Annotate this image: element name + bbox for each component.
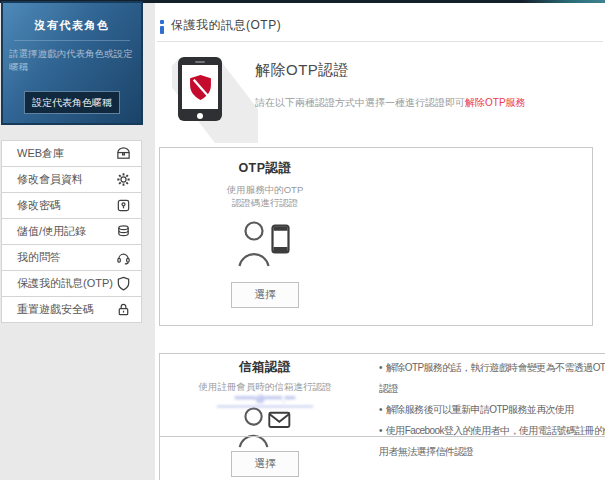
otp-section-description: 使用服務中的OTP 認證碼進行認證 [165,183,365,209]
phone-shield-no-otp-icon [168,53,260,143]
otp-auth-section: OTP認證 使用服務中的OTP 認證碼進行認證 [159,147,593,326]
otp-remove-hero: 解除OTP認證 請在以下兩種認證方式中選擇一種進行認證即可解除OTP服務 [155,51,605,146]
hero-description-text: 請在以下兩種認證方式中選擇一種進行認證即可 [255,97,465,108]
sidebar-item-label: 儲值/使用記錄 [17,224,86,239]
phone-speaker [195,61,205,63]
hero-description: 請在以下兩種認證方式中選擇一種進行認證即可解除OTP服務 [255,96,526,110]
profile-card-title: 沒有代表角色 [3,18,141,33]
sidebar-menu: WEB倉庫 修改會員資料 修改密碼 [1,140,142,323]
user-phone-icon [165,219,365,269]
otp-desc-line1: 使用服務中的OTP [227,184,304,195]
sidebar-item-change-password[interactable]: 修改密碼 [2,193,141,219]
profile-card-description: 請選擇遊戲內代表角色或設定暱稱 [9,47,135,73]
user-mail-icon [165,408,365,448]
phone-home-button [197,113,203,119]
note-item: •使用Facebook登入的使用者中，使用電話號碼註冊的使用者無法選擇信件認證 [379,420,605,462]
email-section-title: 信箱認證 [165,359,365,376]
masked-email: ******@*****.*** [217,394,313,407]
note-item: •解除服務後可以重新申請OTP服務並再次使用 [379,399,605,420]
gear-icon [116,172,131,187]
sidebar-item-label: 修改密碼 [17,198,61,213]
note-text: 使用Facebook登入的使用者中，使用電話號碼註冊的使用者無法選擇信件認證 [379,425,605,457]
sidebar-item-label: 我的問答 [17,250,61,265]
note-bullet: • [379,362,382,373]
sidebar-item-reset-game-security-code[interactable]: 重置遊戲安全碼 [2,297,141,323]
sidebar-item-web-storage[interactable]: WEB倉庫 [2,141,141,167]
note-text: 解除OTP服務的話，執行遊戲時會變更為不需透過OTP認證 [379,362,605,394]
email-section-divider [160,436,605,437]
chest-icon [116,146,131,161]
otp-method-column: OTP認證 使用服務中的OTP 認證碼進行認證 [165,160,365,308]
sidebar-item-edit-member-info[interactable]: 修改會員資料 [2,167,141,193]
phone-screen [182,65,218,109]
sidebar-item-label: 修改會員資料 [17,172,83,187]
headset-icon [116,250,131,265]
email-section-description: 使用註冊會員時的信箱進行認證 [165,380,365,393]
note-text: 解除服務後可以重新申請OTP服務並再次使用 [386,404,574,415]
email-auth-notes: •解除OTP服務的話，執行遊戲時會變更為不需透過OTP認證 •解除服務後可以重新… [379,357,605,462]
note-item: •解除OTP服務的話，執行遊戲時會變更為不需透過OTP認證 [379,357,605,399]
otp-section-title: OTP認證 [165,160,365,177]
sidebar-item-label: 重置遊戲安全碼 [17,302,94,317]
profile-card-divider [14,40,130,41]
security-code-lock-icon [116,302,131,317]
otp-desc-line2: 認證碼進行認證 [232,197,299,208]
note-bullet: • [379,425,382,436]
note-bullet: • [379,404,382,415]
page-root: 沒有代表角色 請選擇遊戲內代表角色或設定暱稱 設定代表角色暱稱 WEB倉庫 修改… [0,0,605,480]
password-lock-icon [116,198,131,213]
phone-body [178,57,222,121]
email-select-button[interactable]: 選擇 [231,451,299,477]
page-title: 保護我的訊息(OTP) [171,17,281,34]
crossed-shield-icon [190,75,211,100]
sidebar-item-label: WEB倉庫 [17,146,64,161]
hero-description-highlight: 解除OTP服務 [465,97,526,108]
set-representative-nickname-button[interactable]: 設定代表角色暱稱 [24,91,120,114]
sidebar-item-label: 保護我的訊息(OTP) [17,276,113,291]
coins-icon [116,224,131,239]
hero-title: 解除OTP認證 [255,61,526,80]
main-content: 保護我的訊息(OTP) 解除OTP認證 請在以下兩 [155,3,605,480]
profile-card: 沒有代表角色 請選擇遊戲內代表角色或設定暱稱 設定代表角色暱稱 [1,1,143,125]
email-auth-section: 信箱認證 使用註冊會員時的信箱進行認證 ******@*****.*** •解除 [159,353,605,480]
email-method-column: 信箱認證 使用註冊會員時的信箱進行認證 ******@*****.*** [165,359,365,448]
hero-text: 解除OTP認證 請在以下兩種認證方式中選擇一種進行認證即可解除OTP服務 [255,61,526,110]
shield-icon [116,276,131,291]
header-divider [157,41,603,42]
otp-select-button[interactable]: 選擇 [231,282,299,308]
header-bullet-icon [160,20,164,34]
sidebar-item-my-qna[interactable]: 我的問答 [2,245,141,271]
sidebar-item-topup-usage-history[interactable]: 儲值/使用記錄 [2,219,141,245]
sidebar-item-protect-my-info-otp[interactable]: 保護我的訊息(OTP) [2,271,141,297]
